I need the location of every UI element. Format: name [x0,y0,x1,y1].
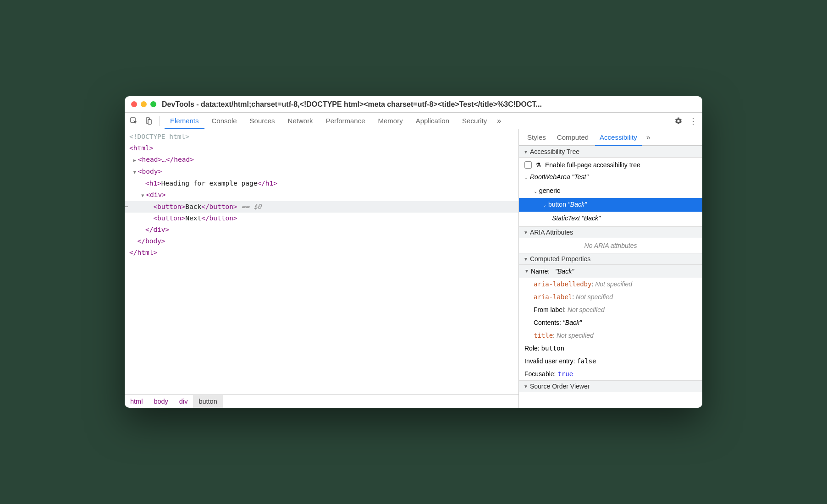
main-tabs: Elements Console Sources Network Perform… [125,113,702,129]
titlebar: DevTools - data:text/html;charset=utf-8,… [125,96,702,113]
prop-from-label: From label: Not specified [519,303,702,316]
tab-console[interactable]: Console [206,113,243,128]
checkbox[interactable] [524,161,532,169]
collapse-icon: ▼ [524,149,528,154]
section-acc-tree[interactable]: ▼Accessibility Tree [519,146,702,158]
section-computed[interactable]: ▼Computed Properties [519,253,702,265]
tab-network[interactable]: Network [282,113,319,128]
computed-name[interactable]: ▼Name: "Back" [519,265,702,278]
prop-role: Role: button [519,342,702,355]
zoom-icon[interactable] [150,101,156,107]
kebab-icon[interactable]: ⋮ [687,115,700,127]
minimize-icon[interactable] [141,101,147,107]
prop-aria-label: aria-label: Not specified [519,290,702,303]
prop-title: title: Not specified [519,329,702,342]
prop-invalid: Invalid user entry: false [519,355,702,367]
collapse-icon[interactable]: ▼ [141,190,146,201]
collapse-icon: ▼ [524,384,528,389]
tree-generic[interactable]: ⌄generic [519,184,702,198]
separator [160,116,160,126]
prop-focusable: Focusable: true [519,367,702,380]
gear-icon[interactable] [672,115,685,127]
section-source-order[interactable]: ▼Source Order Viewer [519,380,702,392]
div-open[interactable]: <div> [146,191,166,198]
devtools-window: DevTools - data:text/html;charset=utf-8,… [125,96,702,408]
collapse-icon: ▼ [524,230,528,235]
breadcrumb: html body div button [125,394,518,408]
more-tabs-icon[interactable]: » [494,117,504,125]
crumb-body[interactable]: body [148,395,173,408]
svg-rect-2 [148,120,151,124]
prop-contents: Contents: "Back" [519,316,702,329]
enable-full-tree-label: Enable full-page accessibility tree [545,161,640,169]
tab-performance[interactable]: Performance [320,113,371,128]
collapse-icon: ▼ [524,266,529,277]
tab-accessibility[interactable]: Accessibility [595,130,642,146]
inspect-icon[interactable] [127,115,140,127]
sidebar: Styles Computed Accessibility » ▼Accessi… [519,129,702,408]
head-tag[interactable]: <head>…</head> [138,156,194,163]
tab-memory[interactable]: Memory [373,113,408,128]
dom-tree[interactable]: <!DOCTYPE html> <html> ▶<head>…</head> ▼… [125,129,518,394]
collapse-icon: ▼ [524,257,528,262]
expand-icon[interactable]: ▶ [133,154,138,166]
more-tabs-icon[interactable]: » [644,133,653,142]
content: <!DOCTYPE html> <html> ▶<head>…</head> ▼… [125,129,702,408]
tree-root[interactable]: ⌄RootWebArea "Test" [519,170,702,184]
crumb-button[interactable]: button [193,395,222,408]
tab-security[interactable]: Security [457,113,492,128]
tab-sources[interactable]: Sources [244,113,281,128]
enable-full-tree-row[interactable]: ⚗ Enable full-page accessibility tree [519,159,702,170]
crumb-html[interactable]: html [125,395,148,408]
html-open[interactable]: <html> [129,144,153,152]
aria-empty: No ARIA attributes [519,238,702,253]
tree-button-selected[interactable]: ⌄button "Back" [519,198,702,212]
selected-node[interactable]: <button>Back</button> == $0 [125,201,518,213]
device-icon[interactable] [142,115,155,127]
prop-labelledby: aria-labelledby: Not specified [519,278,702,290]
close-icon[interactable] [131,101,137,107]
crumb-div[interactable]: div [174,395,193,408]
section-aria[interactable]: ▼ARIA Attributes [519,226,702,238]
body-open[interactable]: <body> [138,168,162,175]
tab-application[interactable]: Application [410,113,455,128]
collapse-icon[interactable]: ▼ [133,166,138,178]
elements-panel: <!DOCTYPE html> <html> ▶<head>…</head> ▼… [125,129,519,408]
window-controls [131,101,156,107]
window-title: DevTools - data:text/html;charset=utf-8,… [162,100,696,109]
tree-statictext[interactable]: StaticText "Back" [519,212,702,225]
sidebar-tabs: Styles Computed Accessibility » [519,129,702,146]
tab-styles[interactable]: Styles [523,130,551,145]
tab-computed[interactable]: Computed [552,130,593,145]
flask-icon: ⚗ [535,161,541,169]
tab-elements[interactable]: Elements [165,113,204,129]
doctype: <!DOCTYPE html> [129,133,189,140]
